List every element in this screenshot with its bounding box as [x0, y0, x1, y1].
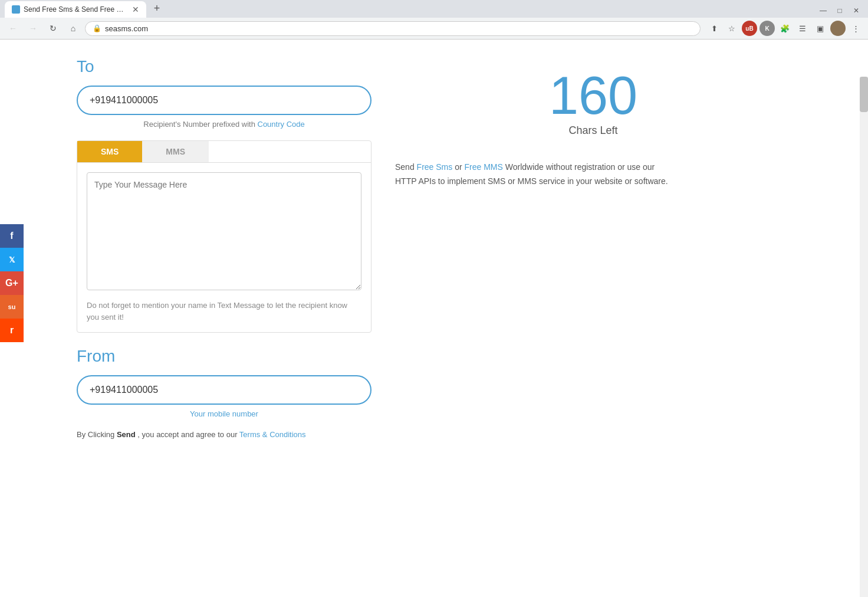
tab-header: SMS MMS [77, 141, 371, 163]
terms-send-word: Send [117, 430, 136, 439]
terms-row: By Clicking Send , you accept and agree … [77, 430, 371, 439]
minimize-icon: — [820, 6, 827, 15]
mms-tab-button[interactable]: MMS [142, 141, 209, 162]
reddit-icon: r [10, 325, 14, 336]
from-label: From [77, 347, 371, 366]
toolbar-icons: ⬆ ☆ uB K 🧩 ☰ ▣ ⋮ [706, 21, 863, 36]
stumbleupon-button[interactable]: su [0, 295, 24, 319]
tab-close-button[interactable]: ✕ [132, 5, 139, 14]
left-column: To Recipient's Number prefixed with Coun… [77, 57, 371, 536]
reload-button[interactable]: ↻ [45, 20, 61, 37]
url-display: seasms.com [105, 24, 693, 33]
from-phone-input[interactable] [77, 375, 371, 405]
recipient-hint-text: Recipient's Number prefixed with [143, 120, 257, 129]
description-text: Send Free Sms or Free MMS Worldwide with… [395, 160, 678, 189]
extensions-icon[interactable]: 🧩 [777, 21, 793, 36]
reddit-button[interactable]: r [0, 319, 24, 342]
avatar[interactable] [830, 21, 846, 36]
share-icon[interactable]: ⬆ [706, 21, 722, 36]
address-box[interactable]: 🔒 seasms.com [85, 21, 701, 36]
googleplus-icon: G+ [5, 278, 18, 288]
scrollbar-thumb[interactable] [860, 77, 868, 112]
tab-bar: Send Free Sms & Send Free MM… ✕ + — □ ✕ [0, 0, 868, 18]
sms-tab-button[interactable]: SMS [77, 141, 142, 162]
message-hint: Do not forget to mention your name in Te… [87, 300, 361, 323]
char-count-number: 160 [395, 69, 791, 122]
char-counter: 160 Chars Left [395, 69, 791, 137]
scrollbar[interactable] [860, 77, 868, 560]
recipient-hint: Recipient's Number prefixed with Country… [77, 120, 371, 129]
facebook-icon: f [10, 231, 13, 241]
maximize-icon: □ [837, 6, 841, 15]
page-content: To Recipient's Number prefixed with Coun… [0, 40, 868, 560]
free-mms-link[interactable]: Free MMS [465, 162, 503, 172]
social-sidebar: f 𝕏 G+ su r [0, 224, 24, 342]
back-button[interactable]: ← [5, 20, 21, 37]
mobile-number-hint: Your mobile number [77, 409, 371, 418]
minimize-button[interactable]: — [816, 4, 830, 18]
sidebar-icon[interactable]: ▣ [813, 21, 828, 36]
tab-title: Send Free Sms & Send Free MM… [24, 5, 129, 14]
message-textarea[interactable] [87, 172, 361, 290]
reading-list-icon[interactable]: ☰ [795, 21, 810, 36]
address-bar-row: ← → ↻ ⌂ 🔒 seasms.com ⬆ ☆ uB K 🧩 ☰ ▣ ⋮ [0, 18, 868, 39]
close-icon: ✕ [853, 6, 859, 15]
to-label: To [77, 57, 371, 76]
facebook-button[interactable]: f [0, 224, 24, 248]
googleplus-button[interactable]: G+ [0, 271, 24, 295]
lock-icon: 🔒 [93, 24, 101, 32]
window-controls: — □ ✕ [816, 4, 863, 18]
terms-middle: , you accept and agree to our [137, 430, 239, 439]
k-icon[interactable]: K [760, 21, 775, 36]
stumbleupon-icon: su [8, 303, 16, 310]
from-section: From Your mobile number [77, 347, 371, 418]
active-tab[interactable]: Send Free Sms & Send Free MM… ✕ [5, 1, 146, 18]
close-button[interactable]: ✕ [849, 4, 863, 18]
ublock-icon[interactable]: uB [742, 21, 757, 36]
to-phone-input[interactable] [77, 86, 371, 115]
right-column: 160 Chars Left Send Free Sms or Free MMS… [395, 57, 791, 536]
browser-chrome: Send Free Sms & Send Free MM… ✕ + — □ ✕ … [0, 0, 868, 40]
tab-favicon [12, 5, 20, 14]
forward-button[interactable]: → [25, 20, 41, 37]
home-button[interactable]: ⌂ [65, 20, 81, 37]
terms-prefix: By Clicking [77, 430, 117, 439]
twitter-icon: 𝕏 [9, 255, 15, 264]
maximize-button[interactable]: □ [833, 4, 847, 18]
menu-icon[interactable]: ⋮ [848, 21, 863, 36]
tab-content: Do not forget to mention your name in Te… [77, 163, 371, 332]
twitter-button[interactable]: 𝕏 [0, 248, 24, 271]
country-code-link[interactable]: Country Code [258, 120, 305, 129]
message-container: SMS MMS Do not forget to mention your na… [77, 140, 371, 333]
chars-left-label: Chars Left [395, 124, 791, 137]
free-sms-link[interactable]: Free Sms [417, 162, 453, 172]
bookmark-icon[interactable]: ☆ [724, 21, 739, 36]
terms-link[interactable]: Terms & Conditions [239, 430, 306, 439]
new-tab-button[interactable]: + [149, 0, 165, 17]
